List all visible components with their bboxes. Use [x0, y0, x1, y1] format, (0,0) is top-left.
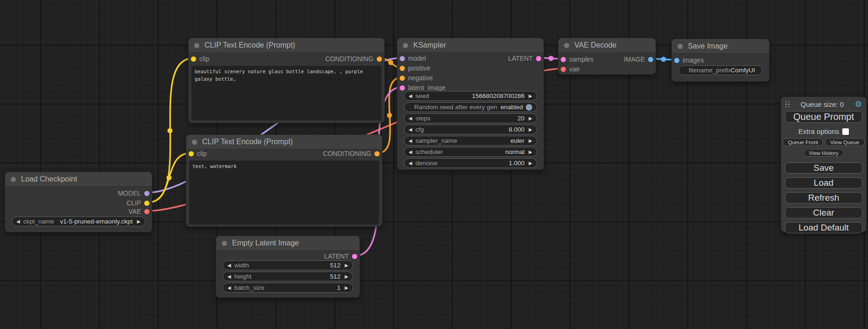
node-title-bar[interactable]: KSampler — [397, 38, 543, 53]
input-samples[interactable]: samples — [561, 56, 593, 63]
node-clip-text-encode-negative[interactable]: CLIP Text Encode (Prompt) clip CONDITION… — [186, 134, 382, 227]
height-widget[interactable]: ◀ height 512 ▶ — [223, 272, 353, 281]
queue-prompt-button[interactable]: Queue Prompt — [785, 111, 862, 123]
node-title-bar[interactable]: CLIP Text Encode (Prompt) — [189, 38, 384, 53]
increment-arrow-icon[interactable]: ▶ — [529, 116, 532, 121]
node-title-bar[interactable]: CLIP Text Encode (Prompt) — [186, 135, 382, 149]
collapse-dot-icon[interactable] — [222, 241, 227, 246]
node-title-bar[interactable]: Save Image — [672, 39, 769, 54]
output-model[interactable]: MODEL — [118, 189, 149, 197]
save-button[interactable]: Save — [785, 162, 862, 174]
node-save-image[interactable]: Save Image images filename_prefix ComfyU… — [671, 39, 769, 82]
collapse-dot-icon[interactable] — [11, 177, 16, 182]
decrement-arrow-icon[interactable]: ◀ — [409, 94, 412, 98]
decrement-arrow-icon[interactable]: ◀ — [409, 127, 412, 132]
collapse-dot-icon[interactable] — [403, 43, 408, 48]
output-conditioning[interactable]: CONDITIONING — [325, 55, 382, 63]
increment-arrow-icon[interactable]: ▶ — [345, 274, 348, 279]
view-queue-button[interactable]: View Queue — [825, 138, 864, 146]
extra-options-checkbox[interactable] — [842, 128, 849, 135]
collapse-dot-icon[interactable] — [194, 43, 199, 48]
clip-port-icon[interactable] — [144, 201, 149, 206]
increment-arrow-icon[interactable]: ▶ — [529, 94, 532, 98]
node-title-bar[interactable]: Empty Latent Image — [216, 236, 360, 251]
negative-prompt-textarea[interactable]: text, watermark — [189, 161, 379, 224]
increment-arrow-icon[interactable]: ▶ — [529, 139, 532, 143]
input-vae[interactable]: vae — [561, 65, 580, 73]
input-clip[interactable]: clip — [189, 150, 207, 157]
input-model[interactable]: model — [400, 55, 426, 62]
vae-port-icon[interactable] — [144, 209, 149, 214]
filename-prefix-widget[interactable]: filename_prefix ComfyUI — [678, 65, 762, 75]
node-ksampler[interactable]: KSampler model positive negative latent_… — [397, 38, 544, 170]
conditioning-port-icon[interactable] — [377, 56, 382, 62]
node-load-checkpoint[interactable]: Load Checkpoint MODEL CLIP VAE ◀ ckpt_na… — [5, 172, 152, 232]
output-conditioning[interactable]: CONDITIONING — [323, 150, 380, 157]
collapse-dot-icon[interactable] — [564, 43, 569, 48]
seed-widget[interactable]: ◀ seed 156680208700286 ▶ — [404, 91, 537, 101]
ckpt-name-widget[interactable]: ◀ ckpt_name v1-5-pruned-emaonly.ckpt ▶ — [12, 217, 145, 226]
decrement-arrow-icon[interactable]: ◀ — [227, 286, 231, 290]
input-images[interactable]: images — [674, 56, 704, 64]
vae-port-icon[interactable] — [561, 67, 566, 72]
node-empty-latent-image[interactable]: Empty Latent Image LATENT ◀ width 512 ▶ … — [216, 236, 360, 298]
latent-port-icon[interactable] — [536, 56, 541, 61]
input-negative[interactable]: negative — [400, 74, 433, 82]
output-latent[interactable]: LATENT — [324, 252, 357, 260]
increment-arrow-icon[interactable]: ▶ — [529, 161, 532, 166]
decrement-arrow-icon[interactable]: ◀ — [227, 263, 231, 268]
input-latent-image[interactable]: latent_image — [400, 84, 445, 91]
node-clip-text-encode-positive[interactable]: CLIP Text Encode (Prompt) clip CONDITION… — [188, 38, 385, 123]
output-vae[interactable]: VAE — [128, 208, 149, 215]
output-latent[interactable]: LATENT — [508, 55, 541, 62]
queue-front-button[interactable]: Queue Front — [783, 138, 823, 146]
node-title-bar[interactable]: VAE Decode — [558, 38, 656, 53]
graph-canvas[interactable]: Load Checkpoint MODEL CLIP VAE ◀ ckpt_na… — [0, 0, 868, 329]
conditioning-port-icon[interactable] — [400, 66, 405, 71]
latent-port-icon[interactable] — [400, 85, 405, 91]
cfg-widget[interactable]: ◀ cfg 8.000 ▶ — [404, 125, 537, 134]
scheduler-widget[interactable]: ◀ scheduler normal ▶ — [404, 147, 537, 157]
denoise-widget[interactable]: ◀ denoise 1.000 ▶ — [404, 158, 537, 168]
conditioning-port-icon[interactable] — [374, 151, 380, 156]
toggle-on-icon[interactable] — [526, 104, 532, 111]
increment-arrow-icon[interactable]: ▶ — [345, 263, 348, 268]
node-vae-decode[interactable]: VAE Decode samples vae IMAGE — [558, 38, 656, 75]
decrement-arrow-icon[interactable]: ◀ — [409, 150, 412, 154]
image-port-icon[interactable] — [674, 58, 679, 63]
latent-port-icon[interactable] — [352, 254, 357, 259]
decrement-arrow-icon[interactable]: ◀ — [409, 116, 412, 121]
node-title-bar[interactable]: Load Checkpoint — [5, 172, 152, 187]
view-history-button[interactable]: View History — [804, 149, 844, 157]
model-port-icon[interactable] — [144, 191, 149, 196]
increment-arrow-icon[interactable]: ▶ — [529, 150, 532, 154]
positive-prompt-textarea[interactable]: beautiful scenery nature glass bottle la… — [191, 66, 381, 120]
input-positive[interactable]: positive — [400, 64, 430, 72]
decrement-arrow-icon[interactable]: ◀ — [16, 219, 20, 224]
conditioning-port-icon[interactable] — [400, 76, 405, 81]
collapse-dot-icon[interactable] — [192, 140, 197, 145]
collapse-dot-icon[interactable] — [677, 44, 683, 49]
image-port-icon[interactable] — [648, 57, 653, 62]
load-button[interactable]: Load — [785, 177, 862, 189]
increment-arrow-icon[interactable]: ▶ — [345, 286, 348, 290]
output-clip[interactable]: CLIP — [127, 199, 149, 207]
sampler-name-widget[interactable]: ◀ sampler_name euler ▶ — [404, 136, 537, 146]
load-default-button[interactable]: Load Default — [785, 222, 862, 233]
output-image[interactable]: IMAGE — [624, 56, 653, 63]
drag-handle-icon[interactable] — [785, 101, 790, 108]
refresh-button[interactable]: Refresh — [785, 192, 862, 203]
increment-arrow-icon[interactable]: ▶ — [137, 219, 141, 224]
decrement-arrow-icon[interactable]: ◀ — [409, 139, 412, 143]
clip-port-icon[interactable] — [191, 56, 196, 62]
width-widget[interactable]: ◀ width 512 ▶ — [223, 260, 353, 270]
decrement-arrow-icon[interactable]: ◀ — [409, 161, 412, 166]
decrement-arrow-icon[interactable]: ◀ — [227, 274, 231, 279]
random-seed-toggle-widget[interactable]: Random seed after every gen enabled — [404, 102, 537, 112]
clear-button[interactable]: Clear — [785, 207, 862, 218]
latent-port-icon[interactable] — [561, 57, 566, 62]
input-clip[interactable]: clip — [191, 55, 209, 63]
batch-size-widget[interactable]: ◀ batch_size 1 ▶ — [223, 283, 353, 293]
increment-arrow-icon[interactable]: ▶ — [529, 127, 532, 132]
clip-port-icon[interactable] — [189, 151, 194, 156]
